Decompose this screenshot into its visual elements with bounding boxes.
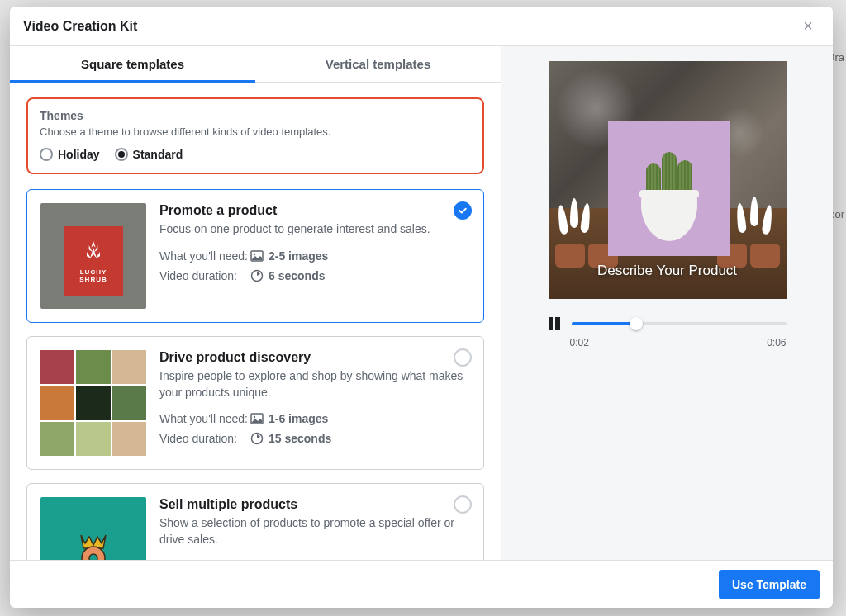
close-icon[interactable]: × [796, 13, 820, 39]
modal-body: Square templates Vertical templates Them… [10, 46, 833, 560]
need-value: 2-5 images [269, 249, 328, 263]
templates-scroll[interactable]: Themes Choose a theme to browse differen… [10, 83, 501, 560]
svg-point-7 [89, 554, 97, 560]
left-pane: Square templates Vertical templates Them… [10, 46, 501, 560]
template-title: Sell multiple products [159, 497, 470, 512]
thumb-text: SHRUB [79, 276, 107, 283]
radio-label: Standard [133, 148, 183, 161]
pause-button[interactable] [549, 317, 560, 330]
template-thumbnail [40, 497, 146, 560]
modal-footer: Use Template [10, 560, 833, 608]
template-card-body: Promote a product Focus on one product t… [159, 203, 470, 309]
thumb-text: LUCHY [80, 268, 107, 276]
themes-description: Choose a theme to browse different kinds… [40, 126, 471, 138]
template-description: Show a selection of products to promote … [159, 515, 470, 547]
template-card-body: Drive product discovery Inspire people t… [159, 350, 470, 456]
template-description: Inspire people to explore and shop by sh… [159, 368, 470, 400]
preview-caption: Describe Your Product [549, 263, 787, 279]
plant-icon [80, 239, 107, 265]
template-duration-row: Video duration: 15 seconds [159, 432, 470, 445]
time-labels: 0:02 0:06 [570, 337, 787, 348]
theme-radio-holiday[interactable]: Holiday [40, 148, 100, 161]
clock-icon [250, 432, 264, 445]
themes-title: Themes [40, 109, 471, 122]
template-card-body: Sell multiple products Show a selection … [159, 497, 470, 560]
themes-radio-group: Holiday Standard [40, 148, 471, 161]
radio-label: Holiday [58, 148, 100, 161]
template-card-drive-discovery[interactable]: Drive product discovery Inspire people t… [26, 336, 484, 470]
template-need-row: What you'll need: 1-6 images [159, 412, 470, 425]
template-thumbnail: LUCHY SHRUB [40, 203, 146, 309]
images-icon [250, 249, 264, 263]
video-creation-kit-modal: Video Creation Kit × Square templates Ve… [10, 7, 833, 608]
unselected-indicator [454, 495, 472, 514]
crown-donut-icon [69, 525, 118, 560]
progress-fill [572, 322, 636, 325]
selected-check-icon [454, 201, 472, 220]
radio-icon [115, 148, 128, 161]
duration-value: 15 seconds [269, 432, 331, 445]
duration-label: Video duration: [159, 269, 250, 282]
preview-pane: Describe Your Product 0:02 0:06 [501, 46, 833, 560]
unselected-indicator [454, 348, 472, 367]
tabs: Square templates Vertical templates [10, 46, 501, 83]
need-label: What you'll need: [159, 412, 250, 425]
tab-vertical-templates[interactable]: Vertical templates [255, 46, 501, 82]
player-controls [549, 317, 787, 330]
modal-title: Video Creation Kit [23, 19, 137, 34]
radio-icon [40, 148, 53, 161]
svg-point-1 [254, 253, 255, 254]
clock-icon [250, 269, 264, 282]
duration-value: 6 seconds [269, 269, 325, 282]
template-card-sell-multiple[interactable]: Sell multiple products Show a selection … [26, 483, 484, 560]
template-need-row: What you'll need: 2-5 images [159, 249, 470, 263]
themes-section: Themes Choose a theme to browse differen… [26, 97, 484, 174]
current-time: 0:02 [570, 337, 589, 348]
template-title: Drive product discovery [159, 350, 470, 365]
use-template-button[interactable]: Use Template [719, 570, 820, 599]
total-time: 0:06 [767, 337, 786, 348]
template-thumbnail [40, 350, 146, 456]
svg-point-4 [254, 416, 255, 418]
duration-label: Video duration: [159, 432, 250, 445]
template-card-promote-product[interactable]: LUCHY SHRUB Promote a product Focus on o… [26, 189, 484, 323]
need-value: 1-6 images [269, 412, 328, 425]
progress-thumb[interactable] [630, 317, 643, 330]
images-icon [250, 412, 264, 425]
need-label: What you'll need: [159, 249, 250, 263]
template-description: Focus on one product to generate interes… [159, 221, 470, 238]
modal-header: Video Creation Kit × [10, 7, 833, 46]
template-title: Promote a product [159, 203, 470, 218]
template-duration-row: Video duration: 6 seconds [159, 269, 470, 282]
tab-square-templates[interactable]: Square templates [10, 46, 255, 82]
video-preview[interactable]: Describe Your Product [549, 61, 787, 299]
progress-bar[interactable] [572, 322, 787, 325]
theme-radio-standard[interactable]: Standard [115, 148, 183, 161]
